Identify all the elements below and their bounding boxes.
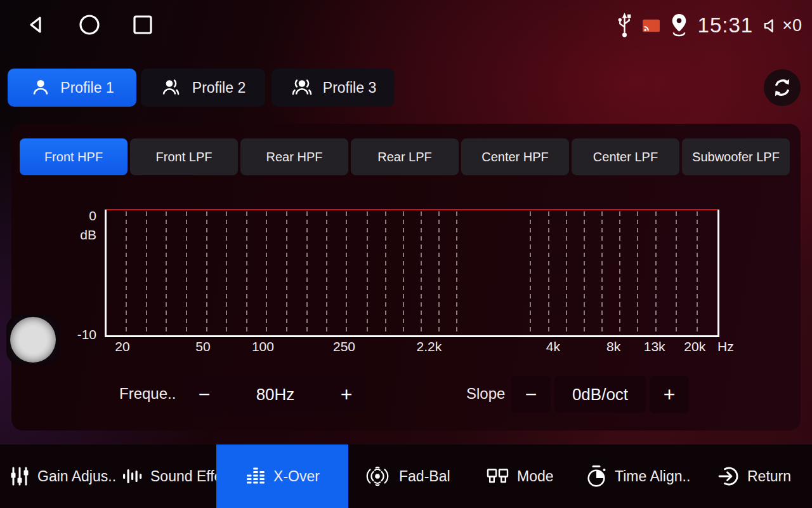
tab-center-hpf[interactable]: Center HPF bbox=[461, 138, 569, 175]
profile-2-tab[interactable]: Profile 2 bbox=[141, 69, 265, 107]
chart-gridline bbox=[286, 211, 287, 334]
tab-rear-hpf[interactable]: Rear HPF bbox=[240, 138, 348, 175]
chart-gridline bbox=[584, 211, 585, 334]
volume-level: ×0 bbox=[782, 16, 802, 36]
chart-gridline bbox=[421, 211, 422, 334]
chart-gridline bbox=[566, 211, 567, 334]
chart-gridline bbox=[655, 211, 657, 334]
nav-label: Gain Adjus.. bbox=[37, 468, 116, 485]
nav-label: Fad-Bal bbox=[399, 468, 450, 485]
filter-channel-tabs: Front HPF Front LPF Rear HPF Rear LPF Ce… bbox=[20, 138, 790, 175]
knob-cap bbox=[10, 317, 56, 363]
x-axis-unit-label: Hz bbox=[717, 339, 734, 354]
cast-icon bbox=[642, 18, 660, 33]
nav-item-gain-adjust[interactable]: Gain Adjus.. bbox=[9, 444, 116, 508]
nav-label: Mode bbox=[517, 468, 554, 485]
chart-gridline bbox=[456, 211, 457, 334]
status-bar: 15:31 ×0 bbox=[0, 0, 812, 51]
frequency-minus-button[interactable]: − bbox=[185, 376, 224, 413]
chart-curve bbox=[107, 209, 717, 210]
chart-gridline bbox=[186, 211, 187, 334]
tab-front-lpf[interactable]: Front LPF bbox=[130, 138, 238, 175]
return-icon bbox=[717, 465, 740, 487]
profile-tab-label: Profile 1 bbox=[60, 79, 114, 97]
location-icon bbox=[669, 13, 689, 39]
chart-gridline bbox=[326, 211, 327, 334]
chart-gridline bbox=[266, 211, 267, 334]
chart-gridline bbox=[676, 211, 677, 334]
sync-icon bbox=[771, 76, 794, 99]
slope-label: Slope bbox=[466, 385, 505, 403]
nav-label: Return bbox=[747, 468, 791, 485]
person-3-icon bbox=[290, 77, 314, 98]
nav-label: Time Align.. bbox=[615, 468, 690, 485]
chart-gridline bbox=[166, 211, 167, 334]
bottom-nav-bar: Gain Adjus.. Sound Effe.. bbox=[0, 444, 812, 508]
y-axis-tick-minus10db: -10 bbox=[58, 327, 96, 342]
status-indicators: 15:31 ×0 bbox=[616, 0, 802, 51]
frequency-value: 80Hz bbox=[228, 376, 323, 413]
y-axis-unit-label: dB bbox=[63, 227, 96, 243]
chart-gridline bbox=[619, 211, 620, 334]
chart-gridline bbox=[637, 211, 638, 334]
chart-gridline bbox=[530, 211, 531, 334]
chart-x-tick: 250 bbox=[333, 339, 355, 354]
chart-x-tick: 100 bbox=[252, 339, 274, 354]
profile-3-tab[interactable]: Profile 3 bbox=[272, 69, 395, 107]
chart-x-tick: 8k bbox=[606, 339, 620, 354]
tab-subwoofer-lpf[interactable]: Subwoofer LPF bbox=[682, 138, 790, 175]
sync-profiles-button[interactable] bbox=[764, 69, 801, 106]
clock: 15:31 bbox=[698, 13, 754, 37]
crossover-eq-icon bbox=[245, 465, 266, 487]
head-unit-screen: 15:31 ×0 Profile 1 bbox=[0, 0, 812, 508]
person-icon bbox=[30, 77, 51, 98]
chart-x-tick: 4k bbox=[546, 339, 560, 354]
recents-square-icon bbox=[131, 13, 155, 37]
nav-item-sound-effects[interactable]: Sound Effe.. bbox=[122, 444, 230, 508]
chart-gridline bbox=[601, 211, 603, 334]
android-recents-button[interactable] bbox=[131, 13, 155, 37]
nav-label: X-Over bbox=[273, 468, 320, 485]
chart-gridline bbox=[206, 211, 207, 334]
chart-gridline bbox=[385, 211, 386, 334]
android-back-button[interactable] bbox=[24, 13, 48, 37]
chart-gridline bbox=[246, 211, 247, 334]
chart-plot bbox=[105, 210, 719, 337]
nav-item-fad-bal[interactable]: Fad-Bal bbox=[363, 444, 450, 508]
slope-minus-button[interactable]: − bbox=[511, 376, 551, 413]
gain-adjust-icon bbox=[9, 465, 30, 487]
profile-tab-label: Profile 3 bbox=[323, 79, 376, 97]
profile-tab-label: Profile 2 bbox=[192, 79, 246, 97]
volume-knob[interactable] bbox=[6, 315, 59, 364]
sound-effects-icon bbox=[122, 465, 143, 487]
chart-x-tick: 20k bbox=[684, 339, 705, 354]
chart-x-ticks: 20501002502.2k4k8k13k20k bbox=[105, 339, 716, 357]
chart-x-tick: 2.2k bbox=[416, 339, 442, 354]
chart-gridline bbox=[306, 211, 308, 334]
time-alignment-icon bbox=[585, 464, 608, 488]
chart-gridline bbox=[346, 211, 347, 334]
volume-indicator: ×0 bbox=[762, 16, 802, 36]
slope-value: 0dB/oct bbox=[554, 376, 646, 413]
nav-item-return[interactable]: Return bbox=[717, 444, 791, 508]
fader-balance-icon bbox=[363, 465, 392, 488]
slope-plus-button[interactable]: + bbox=[650, 376, 689, 413]
tab-rear-lpf[interactable]: Rear LPF bbox=[351, 138, 459, 175]
chart-gridline bbox=[438, 211, 440, 334]
nav-item-xover-active[interactable]: X-Over bbox=[216, 444, 348, 508]
chart-gridline bbox=[367, 211, 368, 334]
chart-x-tick: 50 bbox=[195, 339, 210, 354]
volume-muted-icon bbox=[762, 16, 780, 35]
tab-center-lpf[interactable]: Center LPF bbox=[572, 138, 679, 175]
tab-front-hpf[interactable]: Front HPF bbox=[20, 138, 128, 175]
chart-x-tick: 13k bbox=[644, 339, 665, 354]
nav-item-mode[interactable]: Mode bbox=[486, 444, 554, 508]
chart-gridline bbox=[697, 211, 698, 334]
profile-1-tab[interactable]: Profile 1 bbox=[8, 69, 136, 107]
frequency-label: Freque.. bbox=[119, 385, 176, 403]
frequency-plus-button[interactable]: + bbox=[327, 376, 366, 413]
chart-gridline bbox=[403, 211, 404, 334]
nav-item-time-alignment[interactable]: Time Align.. bbox=[585, 444, 690, 508]
chart-gridline bbox=[226, 211, 227, 334]
android-home-button[interactable] bbox=[77, 13, 102, 37]
